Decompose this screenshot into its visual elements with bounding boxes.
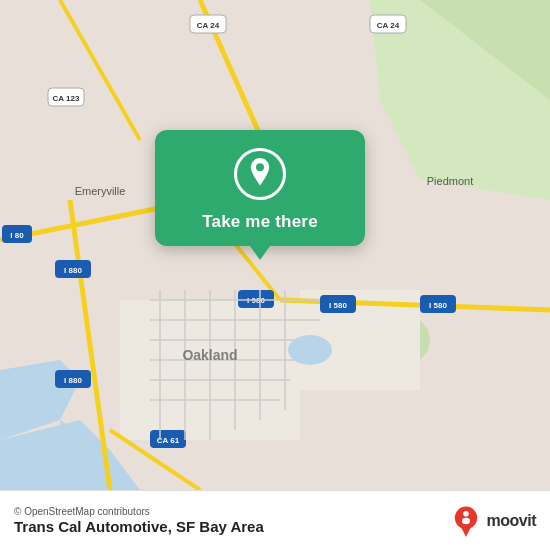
svg-text:CA 24: CA 24	[377, 21, 400, 30]
map-container[interactable]: CA 123 CA 24 CA 24 I 80 I 880 I 880 I 98…	[0, 0, 550, 490]
svg-text:CA 123: CA 123	[53, 94, 80, 103]
svg-text:I 880: I 880	[64, 266, 82, 275]
svg-point-57	[462, 517, 470, 523]
svg-point-54	[454, 506, 476, 528]
svg-text:CA 24: CA 24	[197, 21, 220, 30]
take-me-there-popup[interactable]: Take me there	[155, 130, 365, 246]
pin-icon-container	[234, 148, 286, 200]
take-me-there-button[interactable]: Take me there	[202, 212, 318, 232]
svg-text:I 880: I 880	[64, 376, 82, 385]
svg-marker-55	[461, 527, 471, 537]
location-pin-icon	[246, 158, 274, 190]
svg-point-53	[256, 163, 264, 171]
svg-text:I 80: I 80	[10, 231, 24, 240]
bottom-bar: © OpenStreetMap contributors Trans Cal A…	[0, 490, 550, 550]
svg-text:Oakland: Oakland	[182, 347, 237, 363]
svg-point-52	[288, 335, 332, 365]
moovit-text: moovit	[487, 512, 536, 530]
svg-text:Emeryville: Emeryville	[75, 185, 126, 197]
osm-credit: © OpenStreetMap contributors	[14, 506, 264, 517]
svg-text:I 580: I 580	[329, 301, 347, 310]
svg-point-56	[463, 511, 469, 517]
svg-text:Piedmont: Piedmont	[427, 175, 473, 187]
place-name: Trans Cal Automotive, SF Bay Area	[14, 518, 264, 535]
svg-text:I 580: I 580	[429, 301, 447, 310]
moovit-icon	[450, 505, 482, 537]
moovit-logo: moovit	[450, 505, 536, 537]
bottom-left-info: © OpenStreetMap contributors Trans Cal A…	[14, 506, 264, 535]
